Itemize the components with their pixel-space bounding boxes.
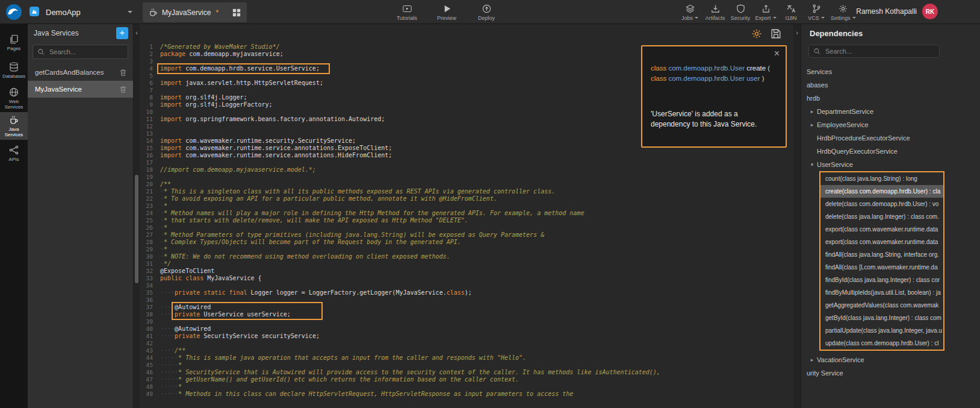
chevron-right-icon[interactable]: ▸ [808, 108, 816, 115]
code-line[interactable]: 30·* NOTE: We do not recommend using met… [140, 253, 793, 260]
sidebar-item-web-services[interactable]: Web Services [0, 84, 28, 112]
trash-icon[interactable] [119, 86, 127, 93]
code-line[interactable]: 33public class MyJavaService { [140, 275, 793, 282]
code-line[interactable]: 49·····* Methods in this class can decla… [140, 391, 793, 398]
sidebar-item-pages[interactable]: Pages [0, 29, 28, 57]
method-item[interactable]: count(class java.lang.String) : long [820, 172, 943, 185]
code-line[interactable]: 24·* Method names will play a major role… [140, 210, 793, 217]
left-splitter[interactable]: ‹ [134, 24, 140, 408]
method-item[interactable]: findAll(class [Lcom.wavemaker.runtime.da [820, 261, 943, 274]
method-item[interactable]: getAggregatedValues(class com.wavemak [820, 299, 943, 312]
user-menu[interactable]: Ramesh Kothapalli RK [856, 4, 938, 19]
code-line[interactable]: 41····private SecurityService securitySe… [140, 333, 793, 340]
sidebar-item-apis[interactable]: APIs [0, 140, 28, 168]
code-line[interactable]: 35····private static final Logger logger… [140, 289, 793, 297]
method-item[interactable]: findAll(class java.lang.String, interfac… [820, 248, 943, 261]
code-editor[interactable]: 1/*Generated by WaveMaker Studio*/2packa… [140, 24, 793, 408]
code-line[interactable]: 32@ExposeToClient [140, 268, 793, 275]
artifacts-button[interactable]: Artifacts [704, 2, 726, 22]
tree-item-urity-service[interactable]: urity Service [801, 366, 980, 380]
tutorials-button[interactable]: Tutorials [394, 2, 420, 22]
editor-settings-icon[interactable] [751, 28, 762, 39]
code-line[interactable]: 48·····* [140, 383, 793, 391]
tree-item-departmentservice[interactable]: ▸DepartmentService [801, 105, 980, 118]
trash-icon[interactable] [119, 69, 127, 77]
collapse-left-icon[interactable]: ‹ [134, 29, 140, 36]
editor-scrollbar[interactable] [135, 175, 138, 283]
close-icon[interactable]: × [774, 49, 780, 58]
service-item-myjavaservice[interactable]: MyJavaService [28, 81, 133, 98]
code-line[interactable]: 42 [140, 340, 793, 347]
code-line[interactable]: 44·····* This is sample java operation t… [140, 354, 793, 362]
code-line[interactable]: 40····@Autowired [140, 325, 793, 333]
code-line[interactable]: 17 [140, 159, 793, 166]
preview-button[interactable]: Preview [434, 2, 459, 22]
sidebar-item-databases[interactable]: Databases [0, 57, 28, 84]
method-item[interactable]: delete(class java.lang.Integer) : class … [820, 210, 943, 223]
export-button[interactable]: Export [755, 2, 777, 22]
deploy-button[interactable]: Deploy [474, 2, 499, 22]
service-item-getcardsandbalances[interactable]: getCardsAndBalances [28, 64, 133, 81]
code-line[interactable]: 36 [140, 297, 793, 304]
code-line[interactable]: 31·*/ [140, 260, 793, 268]
project-switcher[interactable]: DemoApp [29, 5, 132, 19]
save-icon[interactable] [771, 28, 781, 39]
code-line[interactable]: 19 [140, 174, 793, 181]
method-item[interactable]: delete(class com.demoapp.hrdb.User) : vo [820, 198, 943, 210]
code-line[interactable]: 18//import com.demoapp.myjavaservice.mod… [140, 166, 793, 174]
code-line[interactable]: 16import com.wavemaker.runtime.service.a… [140, 152, 793, 159]
right-splitter[interactable]: › [793, 24, 801, 408]
dependencies-search-input[interactable] [824, 47, 935, 55]
services-search-input[interactable] [48, 48, 123, 56]
tree-item-vacationservice[interactable]: ▸VacationService [801, 353, 980, 366]
jobs-button[interactable]: Jobs [679, 2, 701, 22]
code-line[interactable]: 43····/** [140, 347, 793, 354]
jobs-icon [686, 4, 695, 13]
code-line[interactable]: 25·* that starts with delete/remove, wil… [140, 217, 793, 224]
i18n-button[interactable]: I18N [780, 2, 802, 22]
code-line[interactable]: 45·····* [140, 362, 793, 369]
tree-item-services[interactable]: Services [801, 65, 980, 78]
method-item[interactable]: getById(class java.lang.Integer) : class… [820, 312, 943, 324]
vcs-button[interactable]: VCS [805, 2, 827, 22]
method-item[interactable]: export(class com.wavemaker.runtime.data [820, 236, 943, 248]
sidebar-item-java-services[interactable]: Java Services [0, 112, 28, 140]
method-item[interactable]: update(class com.demoapp.hrdb.User) : cl [820, 337, 943, 350]
chevron-right-icon[interactable]: ▸ [808, 122, 816, 128]
code-line[interactable]: 23·* [140, 202, 793, 210]
method-item[interactable]: findByMultipleIds(java.util.List, boolea… [820, 286, 943, 299]
tree-item-hrdb[interactable]: hrdb [801, 92, 980, 105]
method-item[interactable]: partialUpdate(class java.lang.Integer, j… [820, 324, 943, 337]
code-line[interactable]: 34 [140, 282, 793, 289]
tree-item-employeeservice[interactable]: ▸EmployeeService [801, 118, 980, 131]
tree-item-hrdbprocedureexecutorservice[interactable]: HrdbProcedureExecutorService [801, 131, 980, 145]
wavemaker-logo-icon[interactable] [5, 4, 22, 20]
settings-button[interactable]: Settings [831, 2, 856, 22]
chevron-right-icon[interactable]: ▸ [808, 357, 816, 363]
code-line[interactable]: 20/** [140, 181, 793, 188]
grid-icon[interactable] [232, 8, 241, 17]
code-line[interactable]: 26·* [140, 224, 793, 231]
add-service-button[interactable]: + [116, 27, 128, 39]
security-button[interactable]: Security [730, 2, 751, 22]
tree-item-abases[interactable]: abases [801, 78, 980, 92]
code-line[interactable]: 39 [140, 318, 793, 325]
services-search [33, 45, 128, 59]
tree-item-userservice[interactable]: ▾UserService [801, 158, 980, 171]
chevron-down-icon[interactable]: ▾ [808, 162, 816, 168]
code-line[interactable]: 29·* [140, 246, 793, 253]
tree-item-hrdbqueryexecutorservice[interactable]: HrdbQueryExecutorService [801, 145, 980, 158]
method-item[interactable]: export(class com.wavemaker.runtime.data [820, 223, 943, 236]
code-line[interactable]: 28·* Complex Types/Objects will become p… [140, 239, 793, 246]
code-line[interactable]: 46·····* SecurityService that is Autowir… [140, 369, 793, 376]
tab-myjavaservice[interactable]: MyJavaService * [143, 2, 247, 22]
method-item[interactable]: findById(class java.lang.Integer) : clas… [820, 274, 943, 286]
code-line[interactable]: 27·* Method Parameters of type primitive… [140, 231, 793, 239]
collapse-right-icon[interactable]: › [793, 29, 801, 36]
code-line[interactable]: 38····private UserService userService; [140, 311, 793, 318]
code-line[interactable]: 22·* To avoid exposing an API for a part… [140, 195, 793, 202]
code-line[interactable]: 47·····* getUserName() and getUserId() e… [140, 376, 793, 383]
code-line[interactable]: 21·* This is a singleton class with all … [140, 188, 793, 195]
code-line[interactable]: 37····@Autowired [140, 304, 793, 311]
method-item[interactable]: create(class com.demoapp.hrdb.User) : cl… [820, 185, 943, 198]
